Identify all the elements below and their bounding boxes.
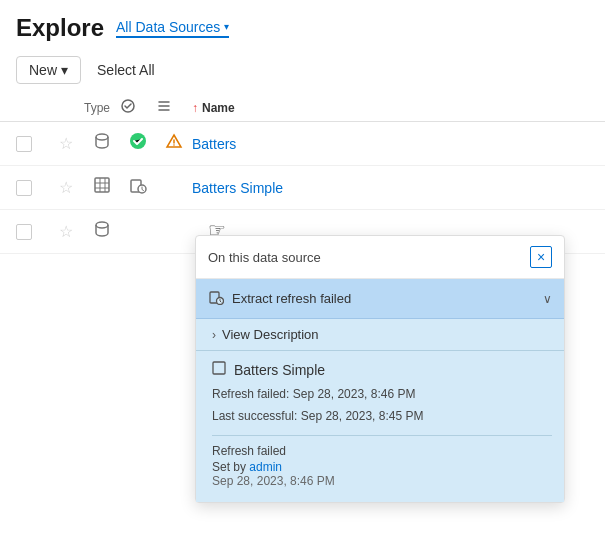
tooltip-section: Extract refresh failed ∨ › View Descript… [196, 279, 564, 502]
row2-checkbox[interactable] [16, 180, 48, 196]
svg-point-13 [96, 222, 108, 228]
extract-clock-icon [208, 289, 224, 308]
datasource-dropdown[interactable]: All Data Sources ▾ [116, 19, 229, 38]
row2-favorite-icon[interactable]: ☆ [48, 178, 84, 197]
svg-rect-16 [213, 362, 225, 374]
row1-name[interactable]: Batters [192, 136, 589, 152]
detail-meta: Refresh failed: Sep 28, 2023, 8:46 PM La… [212, 384, 552, 427]
tooltip-detail-section: Batters Simple Refresh failed: Sep 28, 2… [196, 351, 564, 502]
datasource-label: All Data Sources [116, 19, 220, 35]
content-table: Type ↑ Name ☆ [0, 94, 605, 254]
tooltip-popup: On this data source × Extract refresh fa… [195, 235, 565, 503]
refresh-failed-line: Refresh failed: Sep 28, 2023, 8:46 PM [212, 384, 552, 406]
tooltip-header: On this data source × [196, 236, 564, 279]
tooltip-header-text: On this data source [208, 250, 321, 265]
name-col-label: Name [202, 101, 235, 115]
row2-name[interactable]: Batters Simple [192, 180, 589, 196]
set-by-text: Set by admin [212, 460, 552, 474]
admin-link[interactable]: admin [249, 460, 282, 474]
row3-checkbox[interactable] [16, 224, 48, 240]
new-label: New [29, 62, 57, 78]
sort-arrow-icon: ↑ [192, 101, 198, 115]
name-col-header: ↑ Name [192, 101, 589, 115]
detail-separator [212, 435, 552, 436]
row1-checkbox[interactable] [16, 136, 48, 152]
extract-left: Extract refresh failed [208, 289, 351, 308]
view-description-label: View Description [222, 327, 319, 342]
table-header: Type ↑ Name [0, 94, 605, 122]
table-row: ☆ Batters Simple [0, 166, 605, 210]
row2-status-icon[interactable] [120, 175, 156, 200]
tooltip-close-button[interactable]: × [530, 246, 552, 268]
expand-arrow-icon: › [212, 328, 216, 342]
new-arrow-icon: ▾ [61, 62, 68, 78]
toolbar: New ▾ Select All [0, 50, 605, 94]
select-all-button[interactable]: Select All [93, 57, 159, 83]
page-title: Explore [16, 14, 104, 42]
status-col-header [120, 98, 156, 117]
row1-type-icon [84, 131, 120, 156]
row3-type-icon [84, 219, 120, 244]
chevron-down-icon: ∨ [543, 292, 552, 306]
new-button[interactable]: New ▾ [16, 56, 81, 84]
detail-item-header: Batters Simple [212, 361, 552, 378]
row2-type-icon [84, 175, 120, 200]
row1-datasource-icon [156, 133, 192, 155]
view-description-row[interactable]: › View Description [196, 319, 564, 351]
set-by-timestamp: Sep 28, 2023, 8:46 PM [212, 474, 552, 488]
type-col-header: Type [84, 101, 120, 115]
svg-point-5 [173, 144, 175, 146]
refresh-failed-text: Refresh failed [212, 444, 552, 458]
row1-favorite-icon[interactable]: ☆ [48, 134, 84, 153]
detail-item-name: Batters Simple [234, 362, 325, 378]
row3-favorite-icon[interactable]: ☆ [48, 222, 84, 241]
row1-status-icon [120, 131, 156, 156]
dropdown-arrow-icon: ▾ [224, 21, 229, 32]
extract-refresh-row[interactable]: Extract refresh failed ∨ [196, 279, 564, 319]
type-label: Type [84, 101, 110, 115]
extract-label: Extract refresh failed [232, 291, 351, 306]
detail-type-icon [212, 361, 226, 378]
svg-point-1 [96, 134, 108, 140]
table-row: ☆ Batters [0, 122, 605, 166]
svg-rect-6 [95, 178, 109, 192]
ds-col-header [156, 98, 192, 117]
page-header: Explore All Data Sources ▾ New ▾ Select … [0, 0, 605, 94]
last-successful-line: Last successful: Sep 28, 2023, 8:45 PM [212, 406, 552, 428]
